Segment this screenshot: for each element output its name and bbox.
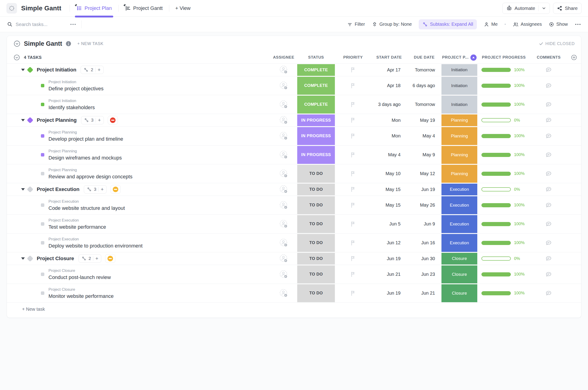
automate-button[interactable]: Automate [502, 3, 550, 14]
assignee-cell[interactable] [270, 64, 297, 76]
priority-badge[interactable] [111, 185, 121, 194]
status-cell[interactable]: TO DO [297, 234, 335, 252]
collapse-list-icon[interactable] [13, 40, 21, 47]
collapse-section-icon[interactable] [21, 69, 25, 71]
add-subtask-button[interactable]: + [98, 67, 101, 73]
search-more-button[interactable] [70, 23, 76, 26]
start-date-cell[interactable]: 3 days ago [371, 95, 407, 114]
start-date-cell[interactable]: Jun 5 [371, 215, 407, 233]
search-input[interactable] [16, 22, 59, 27]
status-cell[interactable]: COMPLETE [297, 76, 335, 95]
start-date-cell[interactable]: Jun 21 [371, 265, 407, 284]
priority-cell[interactable] [335, 215, 371, 233]
collapse-section-icon[interactable] [21, 257, 25, 260]
status-cell[interactable]: TO DO [297, 252, 335, 265]
assignee-cell[interactable] [270, 76, 297, 95]
task-row[interactable]: Project Execution Deploy website to prod… [7, 233, 581, 252]
due-date-cell[interactable]: May 4 [407, 127, 441, 145]
phase-cell[interactable]: Closure [441, 252, 477, 265]
start-date-cell[interactable]: Jun 19 [371, 252, 407, 265]
priority-cell[interactable] [335, 284, 371, 302]
collapse-group-icon[interactable] [13, 54, 20, 61]
priority-cell[interactable] [335, 265, 371, 284]
phase-cell[interactable]: Closure [441, 284, 477, 302]
subtask-title[interactable]: Deploy website to production environment [48, 243, 143, 249]
comments-cell[interactable] [531, 127, 567, 145]
column-header-comments[interactable]: COMMENTS [531, 55, 567, 60]
assignee-cell[interactable] [270, 284, 297, 302]
due-date-cell[interactable]: May 19 [407, 114, 441, 126]
task-row[interactable]: Project Initiation Identify stakeholders… [7, 95, 581, 114]
due-date-cell[interactable]: Jun 23 [407, 265, 441, 284]
priority-cell[interactable] [335, 183, 371, 195]
task-row[interactable]: Project Initiation Define project object… [7, 76, 581, 95]
section-row[interactable]: Project Execution 3 + TO DO May 15 Jun 1… [7, 183, 581, 195]
phase-cell[interactable]: Planning [441, 164, 477, 183]
column-header-assignee[interactable]: ASSIGNEE [270, 55, 297, 60]
section-name[interactable]: Project Planning [37, 117, 77, 123]
due-date-cell[interactable]: May 9 [407, 146, 441, 164]
start-date-cell[interactable]: May 4 [371, 146, 407, 164]
subtask-title[interactable]: Define project objectives [48, 86, 104, 92]
subtask-count-pill[interactable]: 3 + [84, 185, 107, 194]
comments-cell[interactable] [531, 284, 567, 302]
comments-cell[interactable] [531, 95, 567, 114]
comments-cell[interactable] [531, 215, 567, 233]
assignees-button[interactable]: Assignees [513, 22, 542, 27]
add-subtask-button[interactable]: + [95, 255, 98, 261]
priority-cell[interactable] [335, 252, 371, 265]
assignee-cell[interactable] [270, 215, 297, 233]
section-name[interactable]: Project Initiation [37, 67, 76, 73]
task-row[interactable]: Project Planning Review and approve desi… [7, 164, 581, 183]
subtask-title[interactable]: Design wireframes and mockups [48, 155, 122, 161]
workspace-avatar[interactable] [6, 3, 17, 14]
comments-cell[interactable] [531, 252, 567, 265]
due-date-cell[interactable]: Jun 30 [407, 252, 441, 265]
start-date-cell[interactable]: May 10 [371, 164, 407, 183]
subtask-title[interactable]: Conduct post-launch review [48, 274, 111, 280]
task-row[interactable]: Project Closure Monitor website performa… [7, 284, 581, 302]
task-row[interactable]: Project Closure Conduct post-launch revi… [7, 265, 581, 284]
section-row[interactable]: Project Initiation 2 + COMPLETE Apr 17 T… [7, 63, 581, 76]
group-by-button[interactable]: Group by: None [372, 22, 412, 27]
priority-cell[interactable] [335, 95, 371, 114]
subtask-title[interactable]: Develop project plan and timeline [48, 136, 123, 142]
subtask-title[interactable]: Test website performance [48, 224, 106, 230]
search-box[interactable] [7, 21, 69, 27]
show-button[interactable]: Show [549, 22, 568, 27]
add-subtask-button[interactable]: + [101, 186, 104, 192]
due-date-cell[interactable]: May 12 [407, 164, 441, 183]
due-date-cell[interactable]: Jun 16 [407, 234, 441, 252]
assignee-cell[interactable] [270, 146, 297, 164]
column-header-priority[interactable]: PRIORITY [335, 55, 371, 60]
new-task-top-button[interactable]: + NEW TASK [77, 41, 104, 46]
start-date-cell[interactable]: Mon [371, 127, 407, 145]
add-view-button[interactable]: + View [171, 5, 194, 11]
info-icon[interactable] [65, 41, 71, 47]
task-row[interactable]: Project Execution Code website structure… [7, 195, 581, 214]
status-cell[interactable]: TO DO [297, 265, 335, 284]
assignee-cell[interactable] [270, 234, 297, 252]
start-date-cell[interactable]: May 15 [371, 196, 407, 214]
start-date-cell[interactable]: Apr 17 [371, 64, 407, 76]
assignee-cell[interactable] [270, 252, 297, 265]
comments-cell[interactable] [531, 196, 567, 214]
subtask-title[interactable]: Monitor website performance [48, 293, 114, 299]
column-header-project-progress[interactable]: PROJECT PROGRESS [477, 55, 531, 60]
due-date-cell[interactable]: Jun 19 [407, 183, 441, 195]
phase-cell[interactable]: Planning [441, 146, 477, 164]
status-cell[interactable]: IN PROGRESS [297, 146, 335, 164]
subtask-title[interactable]: Identify stakeholders [48, 104, 95, 110]
subtask-count-pill[interactable]: 3 + [81, 116, 104, 124]
share-button[interactable]: Share [553, 3, 582, 14]
status-cell[interactable]: IN PROGRESS [297, 127, 335, 145]
more-options-button[interactable] [575, 23, 581, 26]
assignee-cell[interactable] [270, 265, 297, 284]
priority-badge[interactable] [105, 254, 115, 263]
add-subtask-button[interactable]: + [98, 117, 101, 123]
priority-cell[interactable] [335, 64, 371, 76]
status-cell[interactable]: TO DO [297, 183, 335, 195]
status-cell[interactable]: COMPLETE [297, 95, 335, 114]
section-name[interactable]: Project Closure [37, 255, 74, 261]
comments-cell[interactable] [531, 164, 567, 183]
